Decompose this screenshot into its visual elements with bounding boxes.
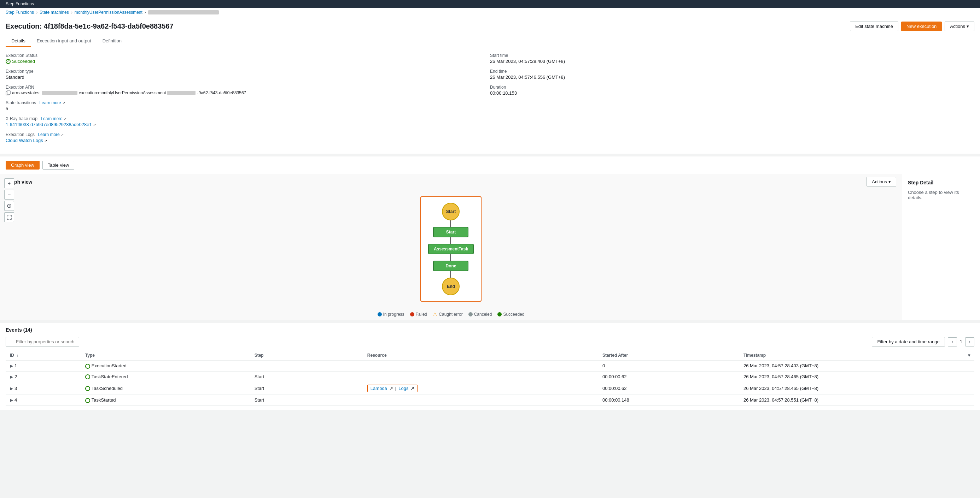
- breadcrumb-execution-id: [148, 10, 219, 14]
- state-transitions-value: 5: [6, 106, 490, 111]
- date-filter-button[interactable]: Filter by a date and time range: [872, 337, 945, 346]
- events-table-body: ▶1ExecutionStarted026 Mar 2023, 04:57:28…: [6, 360, 974, 406]
- row-expand-button[interactable]: ▶: [10, 363, 13, 368]
- cell-started-after: 00:00:00.62: [598, 382, 739, 395]
- tab-definition[interactable]: Definition: [97, 35, 127, 47]
- fit-all-button[interactable]: [4, 212, 14, 222]
- center-button[interactable]: [4, 201, 14, 211]
- edit-state-machine-button[interactable]: Edit state machine: [850, 22, 898, 31]
- zoom-out-button[interactable]: −: [4, 190, 14, 200]
- execution-logs-learn-more-link[interactable]: Learn more: [38, 132, 59, 137]
- legend-succeeded: Succeeded: [498, 311, 524, 317]
- table-view-tab[interactable]: Table view: [43, 161, 75, 170]
- xray-learn-more-link[interactable]: Learn more: [41, 116, 62, 121]
- logs-external-icon: ↗: [61, 133, 64, 137]
- xray-trace-link: 1-641f6038-d7b9d7ed89529238ade028e1 ↗: [6, 122, 490, 127]
- type-icon: [85, 374, 90, 379]
- new-execution-button[interactable]: New execution: [901, 22, 942, 31]
- start-rect: Start: [433, 227, 468, 237]
- cell-resource: [363, 395, 598, 406]
- graph-title-bar: Graph view Actions ▾: [0, 174, 902, 189]
- cell-id: ▶1: [6, 360, 81, 371]
- row-expand-button[interactable]: ▶: [10, 374, 13, 379]
- logs-link[interactable]: Logs: [398, 386, 408, 391]
- svg-rect-1: [7, 91, 10, 94]
- canceled-legend-dot: [468, 312, 473, 316]
- actions-dropdown-button[interactable]: Actions ▾: [945, 22, 974, 31]
- end-time-label: End time: [490, 69, 974, 74]
- pagination-next-button[interactable]: ›: [965, 337, 974, 346]
- pagination-current: 1: [960, 339, 963, 344]
- execution-logs-group: Execution Logs Learn more ↗ Cloud Watch …: [6, 132, 490, 143]
- graph-actions-button[interactable]: Actions ▾: [867, 177, 896, 187]
- tab-details[interactable]: Details: [6, 35, 31, 47]
- view-tabs: Graph view Table view: [0, 157, 980, 174]
- cell-step: Start: [250, 371, 363, 382]
- events-search-input[interactable]: [6, 337, 79, 346]
- page-header: Execution: 4f18f8da-5e1c-9a62-f543-da5f0…: [0, 17, 980, 47]
- cell-type: TaskStateEntered: [81, 371, 250, 382]
- events-filters: 🔍 Filter by a date and time range ‹ 1 ›: [6, 337, 974, 346]
- xray-trace-external-icon: ↗: [93, 123, 96, 127]
- graph-container: Graph view Actions ▾ + −: [0, 174, 980, 320]
- xray-trace-id-link[interactable]: 1-641f6038-d7b9d7ed89529238ade028e1: [6, 122, 92, 127]
- end-time-value: 26 Mar 2023, 04:57:46.556 (GMT+8): [490, 75, 974, 80]
- col-header-type: Type: [81, 351, 250, 360]
- details-left-column: Execution Status ✓ Succeeded Execution t…: [6, 53, 490, 148]
- pagination-prev-button[interactable]: ‹: [948, 337, 957, 346]
- fit-all-icon: [7, 215, 12, 220]
- cloudwatch-logs-anchor[interactable]: Cloud Watch Logs: [6, 138, 43, 143]
- in-progress-legend-dot: [377, 312, 382, 316]
- start-rect-node[interactable]: Start: [433, 227, 468, 237]
- breadcrumb-state-machines[interactable]: State machines: [40, 10, 69, 15]
- execution-status-label: Execution Status: [6, 53, 490, 58]
- row-expand-button[interactable]: ▶: [10, 386, 13, 391]
- xray-trace-group: X-Ray trace map Learn more ↗ 1-641f6038-…: [6, 116, 490, 127]
- service-name: Step Functions: [6, 2, 34, 6]
- tab-execution-input-output[interactable]: Execution input and output: [31, 35, 97, 47]
- assessment-task-node[interactable]: AssessmentTask: [428, 244, 474, 254]
- cloudwatch-logs-link: Cloud Watch Logs ↗: [6, 138, 490, 143]
- row-expand-button[interactable]: ▶: [10, 398, 13, 403]
- type-icon: [85, 398, 90, 403]
- cell-started-after: 0: [598, 360, 739, 371]
- end-circle-node[interactable]: End: [442, 278, 460, 295]
- legend-caught-error: ⚠ Caught error: [433, 311, 463, 317]
- start-circle-node[interactable]: Start: [442, 203, 460, 220]
- header-actions: Edit state machine New execution Actions…: [850, 22, 974, 31]
- logs-external-icon: ↗: [410, 386, 414, 391]
- breadcrumb-step-functions[interactable]: Step Functions: [6, 10, 34, 15]
- end-circle: End: [442, 278, 460, 295]
- learn-more-external-icon: ↗: [62, 101, 65, 105]
- cell-resource: [363, 360, 598, 371]
- breadcrumb-machine-name[interactable]: monthlyUserPermissionAssessment: [75, 10, 143, 15]
- events-section: Events (14) 🔍 Filter by a date and time …: [0, 323, 980, 410]
- caught-error-legend-icon: ⚠: [433, 311, 438, 317]
- execution-type-label: Execution type: [6, 69, 490, 74]
- timestamp-filter-icon[interactable]: ▾: [968, 353, 970, 358]
- dropdown-arrow-icon: ▾: [967, 24, 969, 29]
- done-node[interactable]: Done: [433, 261, 468, 271]
- graph-view-tab[interactable]: Graph view: [6, 161, 40, 170]
- cell-step: Start: [250, 395, 363, 406]
- zoom-in-button[interactable]: +: [4, 178, 14, 188]
- cell-started-after: 00:00:00.148: [598, 395, 739, 406]
- table-row: ▶3TaskScheduledStartLambda ↗ | Logs ↗00:…: [6, 382, 974, 395]
- cell-id: ▶2: [6, 371, 81, 382]
- cell-resource: Lambda ↗ | Logs ↗: [363, 382, 598, 395]
- table-row: ▶1ExecutionStarted026 Mar 2023, 04:57:28…: [6, 360, 974, 371]
- cell-timestamp: 26 Mar 2023, 04:57:28.465 (GMT+8): [739, 382, 974, 395]
- execution-arn-group: Execution ARN arn:aws:states: execution:…: [6, 85, 490, 95]
- table-header-row: ID ↑ Type Step Resource Started After Ti…: [6, 351, 974, 360]
- lambda-link[interactable]: Lambda: [371, 386, 387, 391]
- step-detail-title: Step Detail: [908, 180, 974, 186]
- table-row: ▶4TaskStartedStart00:00:00.14826 Mar 202…: [6, 395, 974, 406]
- arrow-1: [450, 220, 451, 227]
- execution-type-group: Execution type Standard: [6, 69, 490, 80]
- cell-started-after: 00:00:00.62: [598, 371, 739, 382]
- legend-failed: Failed: [410, 311, 428, 317]
- state-transitions-learn-more-link[interactable]: Learn more: [39, 100, 61, 105]
- events-table: ID ↑ Type Step Resource Started After Ti…: [6, 351, 974, 406]
- cell-type: TaskScheduled: [81, 382, 250, 395]
- arn-copy-icon: [6, 90, 11, 95]
